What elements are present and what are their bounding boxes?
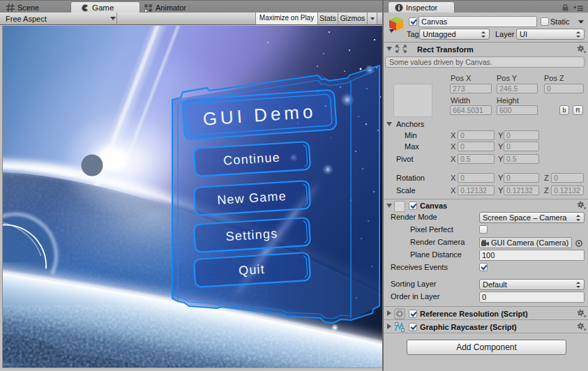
- svg-text:Quit: Quit: [239, 262, 266, 278]
